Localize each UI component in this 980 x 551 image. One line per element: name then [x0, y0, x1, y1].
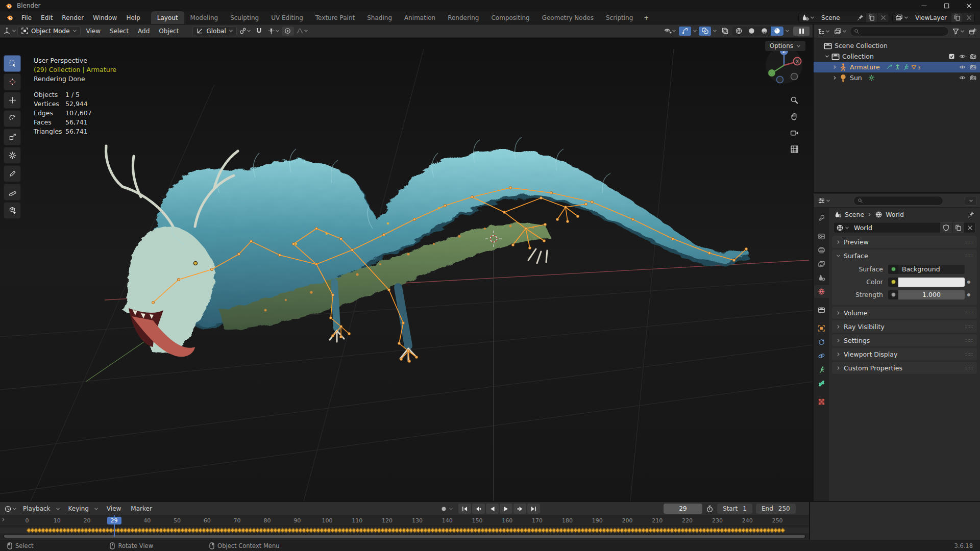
- workspace-tab-sculpting[interactable]: Sculpting: [224, 11, 265, 24]
- workspace-tab-uv-editing[interactable]: UV Editing: [265, 11, 309, 24]
- properties-tab-object[interactable]: [814, 322, 829, 335]
- overlays-toggle[interactable]: [699, 27, 711, 36]
- animate-property-button[interactable]: ●: [965, 292, 973, 297]
- tool-add-cube-button[interactable]: [4, 202, 21, 219]
- timeline-ruler[interactable]: 0102040506070809010011012013014015016017…: [0, 515, 809, 526]
- xray-toggle[interactable]: [719, 27, 731, 36]
- blender-menu-icon[interactable]: [3, 14, 17, 21]
- menu-window[interactable]: Window: [88, 13, 121, 23]
- current-frame-field[interactable]: 29: [664, 504, 702, 514]
- mode-dropdown[interactable]: Object Mode: [17, 26, 81, 36]
- duplicate-datablock-icon[interactable]: [952, 222, 964, 233]
- duplicate-scene-icon[interactable]: [865, 13, 877, 22]
- eye-icon[interactable]: [959, 64, 966, 70]
- gizmos-toggle[interactable]: [679, 27, 691, 36]
- properties-tab-physics[interactable]: [814, 349, 829, 362]
- properties-options-button[interactable]: [965, 196, 977, 206]
- field-value[interactable]: 1.000: [898, 290, 965, 299]
- surface-field[interactable]: Background: [888, 265, 965, 274]
- disclosure-right-icon[interactable]: [831, 65, 839, 69]
- properties-tab-constraints[interactable]: [814, 336, 829, 348]
- view-layer-name[interactable]: ViewLayer: [911, 14, 951, 21]
- editor-3d-icon[interactable]: [3, 27, 11, 35]
- camera-icon[interactable]: [970, 74, 976, 81]
- workspace-tab-texture-paint[interactable]: Texture Paint: [309, 11, 361, 24]
- pivot-point-dropdown[interactable]: [238, 27, 252, 36]
- panel-header-volume[interactable]: Volume∷∷: [832, 307, 977, 319]
- chevron-down-icon[interactable]: [713, 29, 717, 33]
- tool-annotate-button[interactable]: [4, 165, 21, 182]
- panel-grip[interactable]: ∷∷: [965, 352, 973, 357]
- play-icon[interactable]: [500, 504, 512, 514]
- outliner-row-armature[interactable]: Armature3: [814, 62, 980, 72]
- timeline-scrollbar[interactable]: [3, 534, 806, 538]
- options-dropdown[interactable]: Options: [765, 41, 805, 51]
- new-collection-button[interactable]: [968, 28, 977, 35]
- scene-name[interactable]: Scene: [817, 14, 855, 21]
- surface-panel-header[interactable]: Surface ∷∷: [832, 249, 977, 262]
- checkbox-icon[interactable]: [948, 53, 955, 60]
- workspace-tab-rendering[interactable]: Rendering: [442, 11, 485, 24]
- outliner-row-scene-collection[interactable]: Scene Collection: [814, 40, 980, 51]
- viewport-menu-view[interactable]: View: [82, 26, 105, 36]
- menu-render[interactable]: Render: [57, 13, 88, 23]
- chevron-down-icon[interactable]: [785, 29, 790, 33]
- panel-grip[interactable]: ∷∷: [965, 324, 973, 330]
- panel-header-preview[interactable]: Preview∷∷: [832, 236, 977, 248]
- camera-icon[interactable]: [970, 64, 976, 70]
- outliner-search[interactable]: [850, 27, 949, 36]
- snap-target-dropdown[interactable]: [266, 27, 281, 36]
- properties-tab-object-data[interactable]: [814, 363, 829, 376]
- view-layer-selector[interactable]: ViewLayer: [892, 13, 975, 23]
- color-swatch[interactable]: [898, 278, 965, 287]
- workspace-tab-layout[interactable]: Layout: [151, 11, 184, 24]
- properties-tab-view-layer[interactable]: [814, 258, 829, 270]
- panel-header-viewport-display[interactable]: Viewport Display∷∷: [832, 348, 977, 360]
- properties-search[interactable]: [853, 196, 943, 206]
- tool-move-button[interactable]: [4, 92, 21, 109]
- pan-hand-icon[interactable]: [790, 112, 799, 121]
- zoom-icon[interactable]: [790, 96, 799, 105]
- workspace-tab-geometry-nodes[interactable]: Geometry Nodes: [536, 11, 600, 24]
- proportional-falloff-dropdown[interactable]: [295, 27, 309, 36]
- timeline-keyframes[interactable]: [0, 526, 809, 535]
- workspace-tab-scripting[interactable]: Scripting: [600, 11, 639, 24]
- tool-measure-button[interactable]: [4, 184, 21, 201]
- viewport-menu-add[interactable]: Add: [133, 26, 154, 36]
- jump-to-start-icon[interactable]: [458, 504, 471, 514]
- shading-wireframe-icon[interactable]: [732, 27, 745, 36]
- timeline-menu-playback[interactable]: Playback: [18, 504, 55, 514]
- pause-render-button[interactable]: [793, 27, 810, 36]
- remove-view-layer-icon[interactable]: [963, 13, 974, 22]
- workspace-tab-compositing[interactable]: Compositing: [485, 11, 535, 24]
- frame-start-field[interactable]: Start1: [717, 504, 752, 514]
- orientation-dropdown[interactable]: Global: [192, 26, 236, 36]
- disclosure-right-icon[interactable]: [831, 76, 839, 80]
- pin-icon[interactable]: [855, 14, 865, 21]
- close-icon[interactable]: [958, 0, 980, 11]
- node-socket[interactable]: [888, 278, 898, 287]
- auto-keying-toggle[interactable]: [440, 505, 453, 513]
- panel-grip[interactable]: ∷∷: [965, 338, 973, 343]
- outliner-display-mode-dropdown[interactable]: [833, 28, 848, 35]
- menu-help[interactable]: Help: [121, 13, 144, 23]
- properties-tab-bone[interactable]: [814, 377, 829, 390]
- workspace-tab-modeling[interactable]: Modeling: [184, 11, 225, 24]
- add-workspace-button[interactable]: +: [639, 11, 653, 24]
- properties-editor-dropdown[interactable]: [817, 197, 831, 205]
- camera-icon[interactable]: [970, 53, 976, 60]
- outliner-editor-dropdown[interactable]: [816, 28, 831, 35]
- previous-keyframe-icon[interactable]: [472, 504, 485, 514]
- properties-tab-collection[interactable]: [814, 304, 829, 316]
- minimize-icon[interactable]: [913, 0, 935, 11]
- navigation-gizmo[interactable]: Z X: [765, 45, 803, 86]
- viewport-menu-select[interactable]: Select: [105, 26, 133, 36]
- frame-end-field[interactable]: End250: [756, 504, 796, 514]
- viewport-3d[interactable]: Object Mode ViewSelectAddObject Global: [0, 24, 813, 501]
- jump-to-end-icon[interactable]: [527, 504, 540, 514]
- timeline-editor-dropdown[interactable]: [3, 505, 18, 513]
- menu-file[interactable]: File: [17, 13, 36, 23]
- playhead-badge[interactable]: 29: [107, 517, 121, 524]
- disclosure-down-icon[interactable]: [823, 54, 831, 59]
- play-reverse-icon[interactable]: [486, 504, 499, 514]
